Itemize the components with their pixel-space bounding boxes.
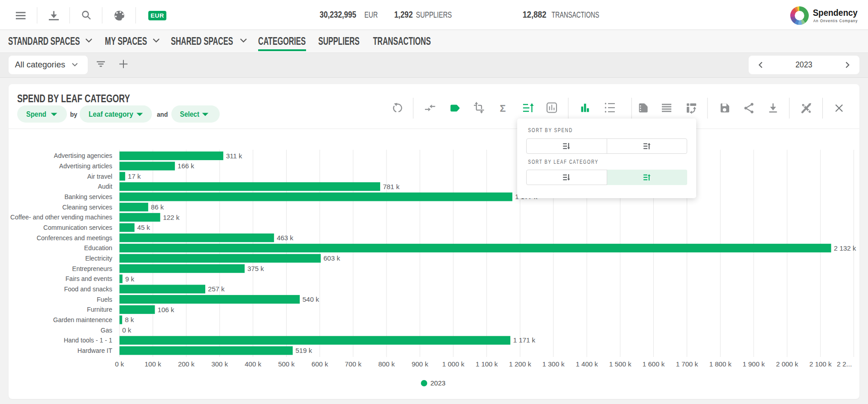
svg-text:2 2...: 2 2... [837,360,852,368]
svg-text:463 k: 463 k [277,234,293,242]
svg-text:9 k: 9 k [125,275,135,283]
svg-text:1 500 k: 1 500 k [609,360,632,368]
svg-text:Banking services: Banking services [64,193,112,200]
svg-text:106 k: 106 k [158,306,175,314]
svg-text:Conferences and meetings: Conferences and meetings [37,234,112,242]
svg-text:1 900 k: 1 900 k [742,360,765,368]
svg-text:200 k: 200 k [178,360,195,368]
svg-text:86 k: 86 k [151,203,164,211]
svg-text:Electricity: Electricity [85,255,112,262]
svg-text:1 000 k: 1 000 k [442,360,465,368]
svg-text:1 200 k: 1 200 k [509,360,532,368]
svg-text:Education: Education [84,244,112,252]
svg-text:Hardware IT: Hardware IT [77,347,112,354]
svg-text:45 k: 45 k [137,223,151,231]
svg-text:1 300 k: 1 300 k [542,360,565,368]
svg-text:781 k: 781 k [383,183,400,190]
svg-text:2 000 k: 2 000 k [776,360,798,368]
svg-text:Gas: Gas [101,327,113,334]
svg-text:122 k: 122 k [163,214,179,221]
svg-text:300 k: 300 k [211,360,228,368]
svg-text:700 k: 700 k [345,360,362,368]
svg-text:1 171 k: 1 171 k [513,336,536,344]
svg-text:17 k: 17 k [128,172,141,180]
svg-text:Food and snacks: Food and snacks [64,285,113,293]
svg-text:1 800 k: 1 800 k [709,360,732,368]
svg-text:Communication services: Communication services [43,224,113,231]
svg-text:1 100 k: 1 100 k [476,360,498,368]
svg-text:1 700 k: 1 700 k [676,360,698,368]
svg-text:Air travel: Air travel [87,173,112,180]
svg-text:Audit: Audit [98,183,112,190]
svg-text:0 k: 0 k [115,360,124,368]
svg-text:Fuels: Fuels [97,296,112,303]
svg-text:0 k: 0 k [122,326,132,334]
svg-text:311 k: 311 k [226,152,242,160]
svg-text:1 400 k: 1 400 k [576,360,598,368]
svg-text:Garden maintenence: Garden maintenence [53,316,113,323]
svg-text:Σ: Σ [500,103,505,114]
svg-text:Hand tools - 1 - 1: Hand tools - 1 - 1 [64,337,113,344]
svg-text:1 600 k: 1 600 k [642,360,665,368]
svg-text:603 k: 603 k [324,254,340,262]
svg-text:2 100 k: 2 100 k [809,360,832,368]
svg-text:Fairs and events: Fairs and events [66,275,113,282]
svg-text:8 k: 8 k [125,316,134,323]
svg-text:Cleaning services: Cleaning services [62,204,113,211]
svg-text:Advertising articles: Advertising articles [59,162,113,170]
svg-text:375 k: 375 k [247,265,264,272]
svg-text:Entrepreneurs: Entrepreneurs [72,265,113,272]
svg-text:257 k: 257 k [208,285,225,293]
svg-text:2023: 2023 [430,379,445,387]
svg-text:166 k: 166 k [178,162,194,170]
svg-text:Coffee- and other vending mach: Coffee- and other vending machines [10,214,112,221]
svg-text:540 k: 540 k [302,295,319,303]
svg-text:Advertising agencies: Advertising agencies [54,152,112,159]
svg-text:500 k: 500 k [278,360,295,368]
svg-text:900 k: 900 k [411,360,428,368]
svg-text:2 132 k: 2 132 k [834,244,856,252]
svg-text:400 k: 400 k [245,360,261,368]
svg-text:519 k: 519 k [295,347,312,354]
svg-text:100 k: 100 k [145,360,161,368]
svg-text:600 k: 600 k [311,360,328,368]
svg-text:800 k: 800 k [378,360,395,368]
svg-text:Furniture: Furniture [87,306,112,313]
